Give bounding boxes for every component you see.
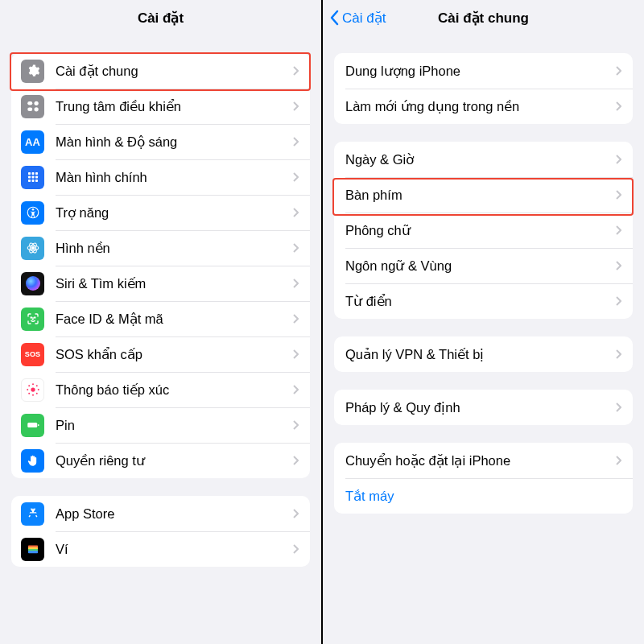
row-label: Ví — [56, 542, 293, 557]
chevron-right-icon — [293, 420, 299, 430]
row-date-time[interactable]: Ngày & Giờ — [334, 142, 633, 177]
row-wallpaper[interactable]: Hình nền — [11, 230, 310, 266]
row-label: Face ID & Mật mã — [56, 312, 293, 327]
chevron-right-icon — [616, 261, 621, 270]
svg-point-19 — [31, 317, 31, 318]
row-iphone-storage[interactable]: Dung lượng iPhone — [334, 53, 633, 89]
chevron-right-icon — [293, 66, 299, 76]
row-sos[interactable]: SOS SOS khẩn cấp — [11, 336, 310, 372]
row-accessibility[interactable]: Trợ năng — [11, 195, 310, 230]
row-label: App Store — [56, 506, 293, 522]
row-appstore[interactable]: App Store — [11, 496, 310, 531]
row-language-region[interactable]: Ngôn ngữ & Vùng — [334, 248, 633, 283]
chevron-right-icon — [293, 349, 299, 359]
row-privacy[interactable]: Quyền riêng tư — [11, 443, 310, 478]
settings-group-main: Cài đặt chung Trung tâm điều khiển AA Mà… — [11, 53, 310, 478]
row-label: Pin — [56, 418, 293, 433]
navbar-title-left: Cài đặt — [138, 10, 184, 27]
row-keyboard[interactable]: Bàn phím — [334, 177, 633, 213]
chevron-right-icon — [616, 296, 621, 306]
back-label: Cài đặt — [342, 10, 386, 27]
svg-rect-35 — [28, 551, 38, 553]
svg-point-22 — [32, 383, 34, 385]
row-label: Màn hình chính — [56, 170, 293, 185]
content-left[interactable]: Cài đặt chung Trung tâm điều khiển AA Mà… — [0, 53, 321, 583]
chevron-right-icon — [293, 385, 299, 394]
svg-rect-12 — [35, 180, 38, 182]
row-display-brightness[interactable]: AA Màn hình & Độ sáng — [11, 124, 310, 159]
split-view: Cài đặt Cài đặt chung Trung tâm điều khi… — [0, 0, 644, 644]
chevron-right-icon — [293, 101, 299, 111]
row-wallet[interactable]: Ví — [11, 531, 310, 567]
home-screen-icon — [21, 166, 44, 189]
row-shutdown[interactable]: Tắt máy — [334, 478, 633, 514]
group-storage: Dung lượng iPhone Làm mới ứng dụng trong… — [334, 53, 633, 124]
svg-rect-1 — [27, 108, 32, 112]
row-label: Tắt máy — [345, 489, 621, 504]
svg-point-14 — [31, 208, 34, 211]
svg-rect-9 — [35, 176, 38, 179]
group-reset: Chuyển hoặc đặt lại iPhone Tắt máy — [334, 443, 633, 514]
row-label: Ngôn ngữ & Vùng — [345, 258, 616, 274]
chevron-right-icon — [293, 544, 299, 554]
back-button[interactable]: Cài đặt — [329, 10, 386, 27]
svg-point-29 — [35, 393, 37, 394]
svg-rect-5 — [31, 172, 34, 175]
svg-point-28 — [28, 393, 30, 394]
svg-rect-7 — [28, 176, 31, 179]
row-exposure[interactable]: Thông báo tiếp xúc — [11, 372, 310, 407]
svg-point-3 — [34, 107, 38, 111]
settings-group-store: App Store Ví — [11, 496, 310, 567]
chevron-right-icon — [293, 456, 299, 465]
row-label: Trung tâm điều khiển — [56, 99, 293, 114]
row-battery[interactable]: Pin — [11, 407, 310, 443]
row-control-center[interactable]: Trung tâm điều khiển — [11, 89, 310, 124]
svg-point-25 — [37, 389, 39, 390]
row-home-screen[interactable]: Màn hình chính — [11, 159, 310, 195]
privacy-hand-icon — [21, 449, 44, 473]
battery-icon — [21, 414, 44, 437]
chevron-right-icon — [293, 314, 299, 324]
siri-icon — [21, 272, 44, 295]
svg-point-24 — [27, 389, 28, 390]
chevron-right-icon — [616, 101, 621, 111]
row-siri[interactable]: Siri & Tìm kiếm — [11, 266, 310, 301]
row-fonts[interactable]: Phông chữ — [334, 213, 633, 248]
row-faceid[interactable]: Face ID & Mật mã — [11, 301, 310, 336]
svg-rect-11 — [31, 180, 34, 182]
control-center-icon — [21, 95, 44, 118]
row-label: Từ điển — [345, 294, 616, 309]
chevron-right-icon — [293, 208, 299, 217]
row-transfer-reset[interactable]: Chuyển hoặc đặt lại iPhone — [334, 443, 633, 478]
svg-rect-6 — [35, 172, 38, 175]
display-brightness-icon: AA — [21, 130, 44, 154]
row-vpn-device[interactable]: Quản lý VPN & Thiết bị — [334, 336, 633, 372]
row-label: Ngày & Giờ — [345, 152, 616, 167]
navbar-left: Cài đặt — [0, 0, 321, 35]
row-label: Bàn phím — [345, 188, 616, 203]
content-right[interactable]: Dung lượng iPhone Làm mới ứng dụng trong… — [323, 53, 644, 530]
row-label: Chuyển hoặc đặt lại iPhone — [345, 453, 616, 469]
row-label: SOS khẩn cấp — [56, 347, 293, 362]
faceid-icon — [21, 308, 44, 331]
svg-point-26 — [28, 385, 30, 386]
chevron-right-icon — [616, 402, 621, 412]
row-label: Trợ năng — [56, 205, 293, 221]
row-background-refresh[interactable]: Làm mới ứng dụng trong nền — [334, 89, 633, 124]
row-general[interactable]: Cài đặt chung — [11, 53, 310, 89]
svg-rect-31 — [38, 424, 39, 426]
navbar-title-right: Cài đặt chung — [438, 10, 529, 27]
row-legal[interactable]: Pháp lý & Quy định — [334, 390, 633, 425]
sos-icon: SOS — [21, 343, 44, 366]
group-locale: Ngày & Giờ Bàn phím Phông chữ Ngôn ngữ &… — [334, 142, 633, 319]
svg-point-2 — [34, 101, 38, 105]
row-label: Hình nền — [56, 241, 293, 256]
chevron-right-icon — [616, 155, 621, 164]
exposure-icon — [21, 378, 44, 402]
svg-point-21 — [31, 387, 35, 391]
row-label: Làm mới ứng dụng trong nền — [345, 99, 616, 114]
chevron-right-icon — [293, 509, 299, 518]
settings-root-pane: Cài đặt Cài đặt chung Trung tâm điều khi… — [0, 0, 321, 644]
row-dictionary[interactable]: Từ điển — [334, 283, 633, 319]
chevron-right-icon — [293, 279, 299, 288]
